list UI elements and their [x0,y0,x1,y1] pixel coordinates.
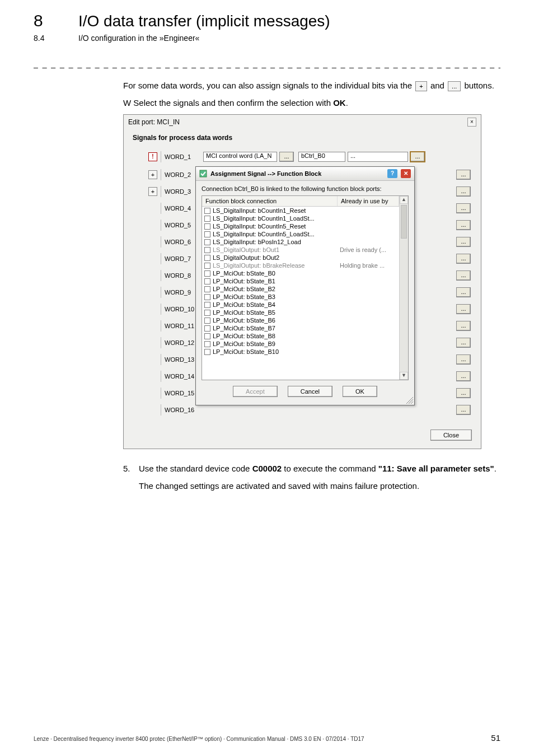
scroll-down-icon[interactable]: ▼ [400,372,408,380]
checkbox[interactable] [204,325,210,332]
checkbox[interactable] [204,302,210,308]
function-block-row[interactable]: LS_DigitalInput: bPosIn12_Load [202,238,399,246]
browse-button[interactable]: ... [456,237,471,247]
scroll-up-icon[interactable]: ▲ [400,196,408,204]
fb-inuse [338,254,399,262]
browse-button[interactable]: ... [456,304,471,314]
function-block-row[interactable]: LP_MciOut: bState_B3 [202,293,399,301]
ok-button[interactable]: OK [343,386,377,397]
browse-button[interactable]: ... [456,321,471,331]
word-label: WORD_16 [161,404,201,416]
checkbox[interactable] [204,318,210,324]
dialog-close-button[interactable]: × [467,118,476,127]
warning-icon: ! [148,152,157,161]
checkbox[interactable] [204,310,210,316]
dots-button-inline: ... [448,81,461,91]
checkbox[interactable] [204,270,210,277]
browse-button[interactable]: ... [456,354,471,365]
function-block-row[interactable]: LP_MciOut: bState_B7 [202,324,399,332]
function-block-row[interactable]: LP_MciOut: bState_B9 [202,340,399,348]
cancel-button[interactable]: Cancel [288,386,332,397]
browse-button[interactable]: ... [456,287,471,297]
checkbox[interactable] [204,255,210,261]
browse-button-active[interactable]: ... [410,152,425,162]
svg-rect-0 [200,170,207,177]
scroll-thumb[interactable] [401,205,407,239]
function-block-row[interactable]: LP_MciOut: bState_B10 [202,348,399,356]
modal-close-button[interactable]: ✕ [401,169,411,178]
browse-button[interactable]: ... [456,203,471,213]
function-block-row[interactable]: LP_MciOut: bState_B6 [202,316,399,324]
fb-name: LP_MciOut: bState_B6 [213,317,275,324]
intro-text: buttons. [464,81,494,90]
step-text: Use the standard device code [139,464,252,473]
accept-button[interactable]: Accept [233,386,278,397]
signal-input-right[interactable]: ... [348,152,408,162]
browse-button[interactable]: ... [456,254,471,264]
fb-name: LP_MciOut: bState_B8 [213,333,275,339]
checkbox[interactable] [204,278,210,284]
checkbox[interactable] [204,239,210,245]
signal-input-left[interactable]: MCI control word (LA_N [203,152,277,162]
browse-button[interactable]: ... [456,338,471,348]
expand-button[interactable]: + [148,170,157,179]
fb-inuse [338,269,399,277]
function-block-row[interactable]: LS_DigitalOutput: bBrakeReleaseHolding b… [202,262,399,269]
checkbox[interactable] [204,223,210,230]
column-header-inuse[interactable]: Already in use by [338,196,399,206]
plus-button-inline: + [415,81,427,91]
function-block-row[interactable]: LS_DigitalInput: bCountIn1_Reset [202,207,399,214]
fb-name: LP_MciOut: bState_B5 [213,309,275,316]
checkbox[interactable] [204,349,210,355]
function-block-row[interactable]: LP_MciOut: bState_B8 [202,332,399,340]
help-button[interactable]: ? [387,169,397,178]
checkbox[interactable] [204,247,210,253]
expand-button[interactable]: + [148,187,157,196]
checkbox[interactable] [204,208,210,214]
function-block-row[interactable]: LS_DigitalInput: bCountIn1_LoadSt... [202,214,399,222]
browse-button[interactable]: ... [456,405,471,415]
checkbox[interactable] [204,294,210,300]
function-block-row[interactable]: LS_DigitalOutput: bOut2 [202,254,399,262]
fb-name: LS_DigitalInput: bCountIn5_Reset [213,223,306,230]
intro-text: W Select the signals and then confirm th… [123,98,333,108]
resize-grip-icon[interactable] [406,397,413,404]
app-icon [199,170,207,178]
chapter-number: 8 [34,11,62,30]
checkbox[interactable] [204,333,210,339]
function-block-row[interactable]: LP_MciOut: bState_B0 [202,269,399,277]
browse-button[interactable]: ... [456,388,471,398]
checkbox[interactable] [204,216,210,222]
function-block-row[interactable]: LP_MciOut: bState_B4 [202,301,399,309]
fb-inuse [338,332,399,340]
divider: _ _ _ _ _ _ _ _ _ _ _ _ _ _ _ _ _ _ _ _ … [34,59,500,68]
fb-inuse [338,285,399,293]
function-block-row[interactable]: LS_DigitalInput: bCountIn5_LoadSt... [202,230,399,238]
function-block-row[interactable]: LS_DigitalOutput: bOut1Drive is ready (.… [202,246,399,254]
browse-button[interactable]: ... [456,220,471,230]
assignment-signal-modal: Assignment Signal --> Function Block ? ✕… [195,166,415,405]
scrollbar[interactable]: ▲ ▼ [399,196,408,380]
browse-button[interactable]: ... [456,186,471,197]
checkbox[interactable] [204,263,210,269]
browse-button[interactable]: ... [279,152,294,162]
function-block-row[interactable]: LS_DigitalInput: bCountIn5_Reset [202,222,399,230]
close-button[interactable]: Close [430,430,472,441]
browse-button[interactable]: ... [456,170,471,180]
fb-inuse [338,230,399,238]
browse-button[interactable]: ... [456,371,471,381]
fb-inuse: Holding brake ... [338,262,399,269]
column-header-connection[interactable]: Function block connection [202,196,338,206]
fb-inuse [338,277,399,285]
checkbox[interactable] [204,341,210,347]
function-block-row[interactable]: LP_MciOut: bState_B1 [202,277,399,285]
browse-button[interactable]: ... [456,270,471,281]
function-block-row[interactable]: LP_MciOut: bState_B2 [202,285,399,293]
checkbox[interactable] [204,286,210,292]
signal-input-mid[interactable]: bCtrl_B0 [298,152,345,162]
function-block-row[interactable]: LP_MciOut: bState_B5 [202,309,399,316]
fb-name: LP_MciOut: bState_B10 [213,348,279,355]
checkbox[interactable] [204,231,210,237]
fb-inuse [338,309,399,316]
fb-inuse [338,207,399,214]
